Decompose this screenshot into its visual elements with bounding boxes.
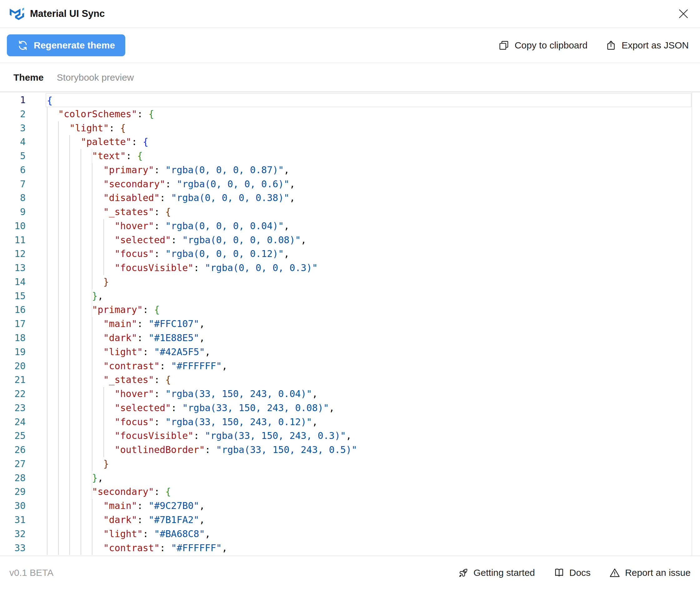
mui-logo xyxy=(9,7,24,20)
export-as-json-button[interactable]: Export as JSON xyxy=(606,40,689,51)
regenerate-theme-label: Regenerate theme xyxy=(34,40,115,51)
line-number: 11 xyxy=(0,233,46,247)
tab-theme[interactable]: Theme xyxy=(13,72,44,83)
indent-guides xyxy=(47,163,103,177)
code-line-content: }, xyxy=(46,289,692,303)
line-number: 26 xyxy=(0,443,46,457)
code-line[interactable]: 18"dark": "#1E88E5", xyxy=(0,331,700,345)
code-line[interactable]: 13"focusVisible": "rgba(0, 0, 0, 0.3)" xyxy=(0,261,700,275)
tab-storybook-preview[interactable]: Storybook preview xyxy=(57,72,134,83)
code-line[interactable]: 28}, xyxy=(0,471,700,485)
code-line[interactable]: 10"hover": "rgba(0, 0, 0, 0.04)", xyxy=(0,219,700,233)
code-line-content: "dark": "#7B1FA2", xyxy=(46,513,692,527)
copy-to-clipboard-label: Copy to clipboard xyxy=(514,40,587,51)
indent-guides xyxy=(47,219,115,233)
code-line[interactable]: 20"contrast": "#FFFFFF", xyxy=(0,359,700,373)
tab-bar: Theme Storybook preview xyxy=(0,63,700,91)
code-line[interactable]: 30"main": "#9C27B0", xyxy=(0,499,700,513)
line-number: 16 xyxy=(0,303,46,317)
code-line[interactable]: 14} xyxy=(0,275,700,289)
code-line[interactable]: 16"primary": { xyxy=(0,303,700,317)
close-button[interactable] xyxy=(676,7,691,21)
code-line[interactable]: 23"selected": "rgba(33, 150, 243, 0.08)"… xyxy=(0,401,700,415)
indent-guides xyxy=(47,177,103,191)
indent-guides xyxy=(47,317,103,331)
code-line[interactable]: 24"focus": "rgba(33, 150, 243, 0.12)", xyxy=(0,415,700,429)
indent-guides xyxy=(47,513,103,527)
indent-guides xyxy=(47,471,92,485)
code-line-content: "_states": { xyxy=(46,373,692,387)
line-number: 9 xyxy=(0,205,46,219)
docs-link[interactable]: Docs xyxy=(554,567,591,578)
code-line-content: "disabled": "rgba(0, 0, 0, 0.38)", xyxy=(46,191,692,205)
code-line[interactable]: 21"_states": { xyxy=(0,373,700,387)
code-line-content: "secondary": { xyxy=(46,485,692,499)
toolbar: Regenerate theme Copy to clipboard Expor… xyxy=(0,28,700,63)
code-line[interactable]: 9"_states": { xyxy=(0,205,700,219)
report-an-issue-link[interactable]: Report an issue xyxy=(610,567,691,578)
regenerate-theme-button[interactable]: Regenerate theme xyxy=(7,34,125,56)
code-line[interactable]: 6"primary": "rgba(0, 0, 0, 0.87)", xyxy=(0,163,700,177)
indent-guides xyxy=(47,331,103,345)
line-number: 20 xyxy=(0,359,46,373)
code-line-content: "colorSchemes": { xyxy=(46,107,692,121)
line-number: 25 xyxy=(0,429,46,443)
getting-started-label: Getting started xyxy=(473,567,535,578)
code-line[interactable]: 3"light": { xyxy=(0,121,700,135)
code-line[interactable]: 22"hover": "rgba(33, 150, 243, 0.04)", xyxy=(0,387,700,401)
indent-guides xyxy=(47,443,115,457)
copy-icon xyxy=(498,40,509,51)
line-number: 2 xyxy=(0,107,46,121)
line-number: 17 xyxy=(0,317,46,331)
code-line[interactable]: 31"dark": "#7B1FA2", xyxy=(0,513,700,527)
docs-icon xyxy=(554,567,565,578)
theme-json-editor[interactable]: 1{2"colorSchemes": {3"light": {4"palette… xyxy=(0,91,700,556)
editor-scrollbar-track[interactable] xyxy=(692,92,692,556)
code-line[interactable]: 25"focusVisible": "rgba(33, 150, 243, 0.… xyxy=(0,429,700,443)
line-number: 30 xyxy=(0,499,46,513)
code-line[interactable]: 7"secondary": "rgba(0, 0, 0, 0.6)", xyxy=(0,177,700,191)
code-line[interactable]: 15}, xyxy=(0,289,700,303)
code-line[interactable]: 27} xyxy=(0,457,700,471)
code-line[interactable]: 17"main": "#FFC107", xyxy=(0,317,700,331)
line-number: 13 xyxy=(0,261,46,275)
line-number: 5 xyxy=(0,149,46,163)
indent-guides xyxy=(47,261,115,275)
code-line[interactable]: 1{ xyxy=(0,93,700,107)
code-line[interactable]: 29"secondary": { xyxy=(0,485,700,499)
indent-guides xyxy=(47,275,103,289)
code-line[interactable]: 5"text": { xyxy=(0,149,700,163)
code-line[interactable]: 4"palette": { xyxy=(0,135,700,149)
indent-guides xyxy=(47,121,69,135)
code-line[interactable]: 11"selected": "rgba(0, 0, 0, 0.08)", xyxy=(0,233,700,247)
line-number: 8 xyxy=(0,191,46,205)
page-title: Material UI Sync xyxy=(30,8,105,19)
indent-guides xyxy=(47,401,115,415)
code-line[interactable]: 8"disabled": "rgba(0, 0, 0, 0.38)", xyxy=(0,191,700,205)
code-line[interactable]: 19"light": "#42A5F5", xyxy=(0,345,700,359)
code-line[interactable]: 32"light": "#BA68C8", xyxy=(0,527,700,541)
code-line[interactable]: 2"colorSchemes": { xyxy=(0,107,700,121)
close-icon xyxy=(678,8,689,19)
line-number: 19 xyxy=(0,345,46,359)
code-line[interactable]: 12"focus": "rgba(0, 0, 0, 0.12)", xyxy=(0,247,700,261)
indent-guides xyxy=(47,135,81,149)
code-line[interactable]: 33"contrast": "#FFFFFF", xyxy=(0,541,700,555)
code-line-content: "dark": "#1E88E5", xyxy=(46,331,692,345)
code-line-content: "focusVisible": "rgba(33, 150, 243, 0.3)… xyxy=(46,429,692,443)
indent-guides xyxy=(47,303,92,317)
code-line[interactable]: 26"outlinedBorder": "rgba(33, 150, 243, … xyxy=(0,443,700,457)
code-line-content: { xyxy=(46,93,692,107)
line-number: 32 xyxy=(0,527,46,541)
copy-to-clipboard-button[interactable]: Copy to clipboard xyxy=(498,40,587,51)
code-line-content: "contrast": "#FFFFFF", xyxy=(46,541,692,555)
plugin-header: Material UI Sync xyxy=(0,0,700,28)
line-number: 6 xyxy=(0,163,46,177)
code-line-content: "focus": "rgba(0, 0, 0, 0.12)", xyxy=(46,247,692,261)
line-number: 18 xyxy=(0,331,46,345)
indent-guides xyxy=(47,205,103,219)
code-line-content: "contrast": "#FFFFFF", xyxy=(46,359,692,373)
rocket-icon xyxy=(458,567,468,578)
getting-started-link[interactable]: Getting started xyxy=(458,567,535,578)
indent-guides xyxy=(47,527,103,541)
